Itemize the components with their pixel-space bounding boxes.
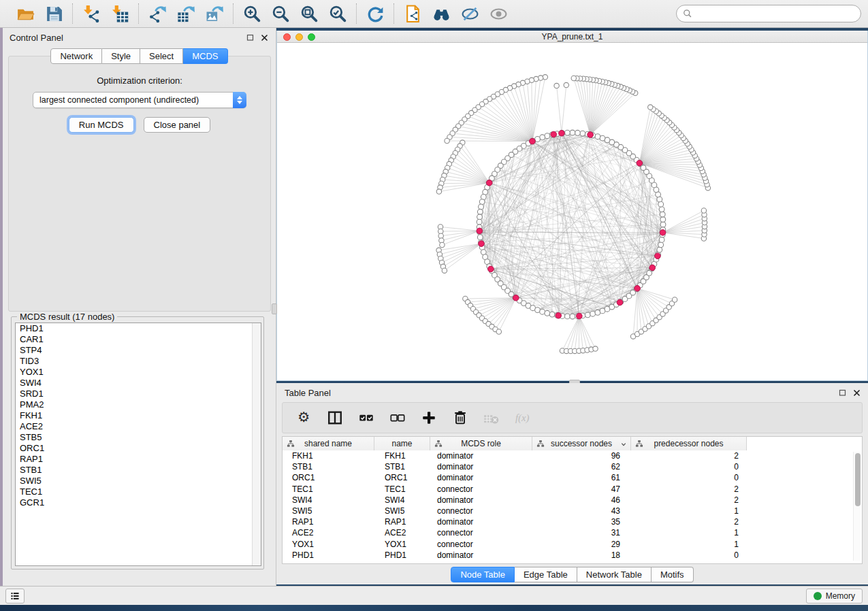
column-header-successor-nodes[interactable]: successor nodes bbox=[532, 437, 631, 450]
float-panel-icon[interactable] bbox=[246, 33, 255, 42]
open-session-button[interactable] bbox=[13, 3, 37, 24]
mcds-result-node[interactable]: SWI4 bbox=[16, 378, 261, 389]
column-header-predecessor-nodes[interactable]: predecessor nodes bbox=[631, 437, 747, 450]
column-header-MCDS-role[interactable]: MCDS role bbox=[430, 437, 532, 450]
graph-node[interactable] bbox=[477, 209, 483, 214]
save-session-button[interactable] bbox=[42, 3, 66, 24]
graph-node[interactable] bbox=[659, 237, 664, 243]
graph-mcds-node[interactable] bbox=[551, 131, 557, 137]
column-header-shared-name[interactable]: shared name bbox=[283, 437, 374, 450]
table-row[interactable]: YOX1YOX1connector291 bbox=[283, 540, 862, 550]
export-image-button[interactable] bbox=[202, 3, 227, 24]
table-row[interactable]: ORC1ORC1dominator610 bbox=[283, 473, 862, 484]
zoom-selected-button[interactable] bbox=[325, 3, 350, 24]
mcds-result-node[interactable]: STB5 bbox=[16, 432, 261, 443]
graph-node[interactable] bbox=[565, 130, 570, 135]
deselect-all-rows-button[interactable] bbox=[389, 409, 406, 427]
graph-mcds-node[interactable] bbox=[488, 266, 494, 272]
graph-node[interactable] bbox=[575, 130, 581, 135]
graph-mcds-node[interactable] bbox=[530, 138, 536, 144]
tab-select[interactable]: Select bbox=[140, 48, 183, 64]
table-scrollbar-thumb[interactable] bbox=[855, 453, 861, 506]
run-mcds-button[interactable]: Run MCDS bbox=[69, 117, 134, 133]
network-canvas[interactable] bbox=[277, 43, 867, 380]
minimize-window-icon[interactable] bbox=[295, 33, 303, 41]
graph-node[interactable] bbox=[545, 310, 550, 316]
close-panel-icon[interactable] bbox=[260, 33, 269, 42]
mcds-result-node[interactable]: PMA2 bbox=[16, 399, 261, 410]
zoom-fit-button[interactable] bbox=[297, 3, 321, 24]
import-network-button[interactable] bbox=[79, 3, 103, 24]
refresh-button[interactable] bbox=[363, 3, 387, 24]
graph-node[interactable] bbox=[540, 309, 545, 314]
new-network-from-selection-button[interactable] bbox=[400, 3, 425, 24]
mcds-result-node[interactable]: TEC1 bbox=[16, 486, 261, 497]
graph-leaf-node[interactable] bbox=[436, 189, 441, 194]
table-row[interactable]: SWI5SWI5connector431 bbox=[283, 506, 862, 517]
tab-style[interactable]: Style bbox=[102, 48, 140, 64]
graph-mcds-node[interactable] bbox=[588, 132, 594, 138]
delete-column-button[interactable] bbox=[451, 409, 469, 427]
show-all-button[interactable] bbox=[486, 3, 511, 24]
graph-node[interactable] bbox=[570, 314, 575, 319]
close-window-icon[interactable] bbox=[283, 33, 291, 41]
mcds-result-list[interactable]: PHD1CAR1STP4TID3YOX1SWI4SRD1PMA2FKH1ACE2… bbox=[15, 323, 261, 566]
table-row[interactable]: SWI4SWI4dominator462 bbox=[283, 495, 862, 506]
tab-network-table[interactable]: Network Table bbox=[577, 567, 652, 582]
graph-node[interactable] bbox=[477, 235, 483, 240]
select-all-rows-button[interactable] bbox=[357, 409, 375, 427]
graph-mcds-node[interactable] bbox=[559, 130, 565, 136]
mcds-result-node[interactable]: SWI5 bbox=[16, 476, 261, 486]
graph-mcds-node[interactable] bbox=[637, 160, 643, 166]
graph-node[interactable] bbox=[660, 217, 666, 222]
graph-node[interactable] bbox=[565, 314, 570, 319]
graph-leaf-node[interactable] bbox=[442, 268, 447, 273]
graph-node[interactable] bbox=[658, 201, 664, 207]
graph-mcds-node[interactable] bbox=[486, 180, 492, 186]
graph-node[interactable] bbox=[660, 212, 665, 217]
vertical-splitter-handle[interactable] bbox=[272, 303, 277, 314]
graph-mcds-node[interactable] bbox=[513, 295, 519, 301]
graph-node[interactable] bbox=[545, 133, 550, 139]
graph-leaf-node[interactable] bbox=[564, 82, 568, 87]
graph-node[interactable] bbox=[477, 214, 483, 220]
graph-leaf-node[interactable] bbox=[672, 297, 677, 302]
graph-node[interactable] bbox=[479, 199, 485, 205]
graph-node[interactable] bbox=[595, 134, 600, 139]
tab-network[interactable]: Network bbox=[50, 48, 102, 64]
graph-node[interactable] bbox=[570, 130, 575, 135]
mcds-result-node[interactable]: TID3 bbox=[16, 356, 261, 367]
graph-leaf-node[interactable] bbox=[593, 346, 598, 351]
search-box[interactable] bbox=[676, 5, 861, 22]
result-list-scrollbar[interactable] bbox=[252, 323, 261, 565]
optimization-criterion-dropdown[interactable]: largest connected component (undirected) bbox=[33, 92, 246, 108]
graph-leaf-node[interactable] bbox=[440, 242, 445, 247]
graph-node[interactable] bbox=[479, 204, 484, 210]
graph-mcds-node[interactable] bbox=[477, 228, 483, 234]
graph-node[interactable] bbox=[658, 242, 664, 248]
graph-leaf-node[interactable] bbox=[648, 105, 653, 110]
graph-node[interactable] bbox=[585, 312, 590, 318]
graph-mcds-node[interactable] bbox=[577, 313, 583, 319]
table-row[interactable]: RAP1RAP1dominator352 bbox=[283, 517, 862, 528]
table-settings-button[interactable]: ⚙ bbox=[295, 409, 312, 427]
graph-node[interactable] bbox=[660, 222, 666, 227]
graph-leaf-node[interactable] bbox=[445, 138, 449, 143]
close-table-panel-icon[interactable] bbox=[852, 389, 861, 397]
import-table-button[interactable] bbox=[108, 3, 132, 24]
float-table-panel-icon[interactable] bbox=[838, 389, 847, 397]
task-history-button[interactable] bbox=[5, 589, 25, 604]
graph-node[interactable] bbox=[580, 131, 585, 136]
tab-edge-table[interactable]: Edge Table bbox=[515, 567, 577, 582]
table-row[interactable]: FKH1FKH1dominator962 bbox=[283, 451, 862, 462]
graph-node[interactable] bbox=[657, 247, 662, 252]
search-input[interactable] bbox=[696, 9, 855, 18]
hide-selected-button[interactable] bbox=[457, 3, 482, 24]
first-neighbors-button[interactable] bbox=[429, 3, 453, 24]
table-row[interactable]: ACE2ACE2connector311 bbox=[283, 528, 862, 539]
table-row[interactable]: STB1STB1dominator620 bbox=[283, 462, 862, 473]
graph-node[interactable] bbox=[549, 312, 555, 317]
graph-mcds-node[interactable] bbox=[649, 265, 656, 271]
add-column-button[interactable] bbox=[420, 409, 438, 427]
zoom-out-button[interactable] bbox=[268, 3, 293, 24]
